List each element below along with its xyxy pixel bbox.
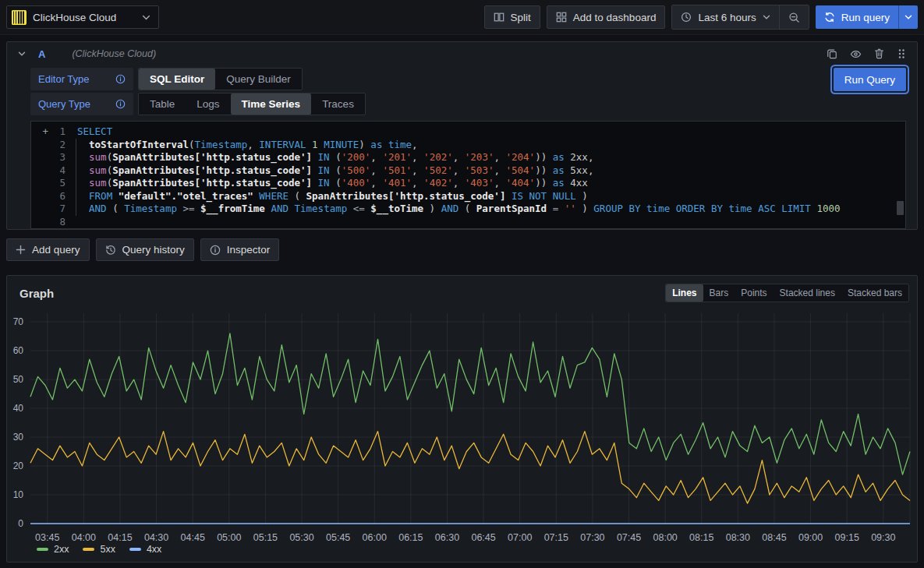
svg-text:06:30: 06:30	[435, 532, 459, 543]
add-query-button[interactable]: Add query	[6, 238, 90, 261]
svg-text:07:45: 07:45	[617, 532, 641, 543]
code-line-4[interactable]: 4 sum(SpanAttributes['http.status_code']…	[31, 164, 905, 178]
option-stacked-lines[interactable]: Stacked lines	[774, 284, 841, 302]
add-to-dashboard-button[interactable]: Add to dashboard	[547, 5, 666, 29]
svg-text:04:30: 04:30	[144, 532, 168, 543]
legend-swatch	[129, 548, 141, 551]
run-query-group: Run query	[816, 5, 918, 29]
code-line-5[interactable]: 5 sum(SpanAttributes['http.status_code']…	[31, 177, 905, 190]
code-line-8[interactable]: 8	[31, 216, 905, 229]
info-circle-icon	[115, 74, 126, 84]
datasource-picker[interactable]: ClickHouse Cloud	[6, 5, 159, 29]
query-datasource-hint: (ClickHouse Cloud)	[72, 48, 156, 59]
eye-icon[interactable]	[850, 48, 862, 60]
line-number: 2	[48, 139, 65, 152]
svg-text:50: 50	[13, 374, 24, 385]
option-points[interactable]: Points	[735, 284, 773, 302]
option-query-builder[interactable]: Query Builder	[215, 69, 302, 90]
code-line-2[interactable]: 2 toStartOfInterval(Timestamp, INTERVAL …	[31, 139, 905, 152]
svg-text:09:00: 09:00	[798, 532, 823, 543]
svg-text:60: 60	[13, 345, 24, 356]
code-line-7[interactable]: 7 AND ( Timestamp >= $__fromTime AND Tim…	[31, 203, 905, 216]
code-line-3[interactable]: 3 sum(SpanAttributes['http.status_code']…	[31, 151, 905, 164]
option-bars[interactable]: Bars	[703, 284, 735, 302]
option-lines[interactable]: Lines	[666, 284, 703, 302]
split-button[interactable]: Split	[484, 5, 540, 29]
graph-style-toggle: LinesBarsPointsStacked linesStacked bars	[665, 284, 909, 302]
time-range-label: Last 6 hours	[698, 12, 756, 23]
zoom-out-button[interactable]	[779, 5, 809, 29]
option-logs[interactable]: Logs	[186, 93, 230, 115]
code-text: FROM "default"."otel_traces" WHERE ( Spa…	[76, 190, 588, 203]
plus-icon	[16, 245, 26, 255]
time-series-chart[interactable]: 01020304050607003:4504:0004:1504:3004:45…	[7, 309, 917, 547]
svg-text:04:00: 04:00	[72, 532, 96, 543]
query-editor-panel: A (ClickHouse Cloud) Run Query Editor Ty…	[6, 41, 918, 230]
line-number: 7	[48, 203, 65, 216]
delete-query-icon[interactable]	[874, 48, 884, 60]
code-line-6[interactable]: 6 FROM "default"."otel_traces" WHERE ( S…	[31, 190, 905, 203]
drag-handle-icon[interactable]	[897, 48, 906, 60]
svg-text:08:30: 08:30	[726, 532, 750, 543]
legend-item-2xx[interactable]: 2xx	[37, 544, 69, 555]
legend-item-5xx[interactable]: 5xx	[83, 544, 115, 555]
svg-text:09:15: 09:15	[835, 532, 859, 543]
sql-editor[interactable]: +1SELECT2 toStartOfInterval(Timestamp, I…	[30, 121, 906, 229]
query-row-header: A (ClickHouse Cloud)	[7, 42, 917, 65]
query-history-button[interactable]: Query history	[96, 238, 194, 261]
graph-title: Graph	[19, 287, 54, 300]
query-history-label: Query history	[122, 244, 185, 256]
editor-scrollbar-thumb[interactable]	[897, 201, 904, 215]
info-circle-icon	[210, 245, 221, 256]
add-line-icon	[31, 216, 48, 229]
line-number: 4	[48, 164, 65, 178]
add-line-icon[interactable]: +	[31, 125, 48, 139]
history-icon	[105, 245, 116, 256]
svg-text:07:00: 07:00	[508, 532, 532, 543]
svg-text:09:30: 09:30	[871, 532, 895, 543]
run-query-button[interactable]: Run query	[816, 5, 898, 29]
legend-label: 2xx	[54, 544, 69, 555]
zoom-out-icon	[788, 12, 800, 23]
explore-actions: Add query Query history Inspector	[6, 238, 918, 261]
query-row-actions	[827, 48, 906, 60]
option-sql-editor[interactable]: SQL Editor	[139, 69, 215, 90]
line-number: 8	[48, 216, 65, 229]
chevron-down-icon	[763, 13, 770, 21]
legend-item-4xx[interactable]: 4xx	[129, 544, 161, 555]
code-text: sum(SpanAttributes['http.status_code'] I…	[76, 164, 593, 178]
svg-text:06:00: 06:00	[363, 532, 387, 543]
option-time-series[interactable]: Time Series	[231, 93, 312, 115]
svg-text:03:45: 03:45	[35, 532, 59, 543]
svg-text:70: 70	[13, 316, 24, 327]
option-traces[interactable]: Traces	[311, 93, 365, 115]
svg-text:05:30: 05:30	[289, 532, 313, 543]
query-type-label: Query Type	[30, 93, 133, 115]
option-table[interactable]: Table	[139, 93, 186, 115]
inspector-button[interactable]: Inspector	[200, 238, 280, 261]
svg-text:40: 40	[13, 403, 24, 414]
run-query-dropdown-button[interactable]	[898, 5, 918, 29]
editor-type-group: SQL EditorQuery Builder	[138, 68, 303, 90]
toolbar-actions: Split Add to dashboard Last 6 hours Run …	[484, 5, 918, 30]
collapse-query-icon[interactable]	[18, 50, 26, 58]
clickhouse-logo-icon	[12, 10, 27, 25]
code-line-1[interactable]: +1SELECT	[31, 125, 905, 139]
svg-text:05:15: 05:15	[253, 532, 278, 543]
svg-text:07:30: 07:30	[580, 532, 604, 543]
legend-label: 5xx	[100, 544, 115, 555]
editor-run-query-button[interactable]: Run Query	[834, 68, 906, 91]
time-picker-group: Last 6 hours	[671, 5, 809, 30]
editor-run-query-label: Run Query	[844, 74, 895, 86]
code-text: AND ( Timestamp >= $__fromTime AND Times…	[76, 203, 841, 216]
svg-text:20: 20	[13, 460, 24, 471]
add-line-icon	[31, 151, 48, 164]
svg-text:10: 10	[13, 489, 24, 500]
option-stacked-bars[interactable]: Stacked bars	[841, 284, 908, 302]
chart-legend: 2xx5xx4xx	[7, 544, 917, 555]
code-text: sum(SpanAttributes['http.status_code'] I…	[76, 151, 593, 164]
query-ref-id[interactable]: A	[38, 48, 45, 60]
add-line-icon	[31, 164, 48, 178]
duplicate-query-icon[interactable]	[827, 48, 837, 60]
time-range-button[interactable]: Last 6 hours	[672, 5, 778, 29]
